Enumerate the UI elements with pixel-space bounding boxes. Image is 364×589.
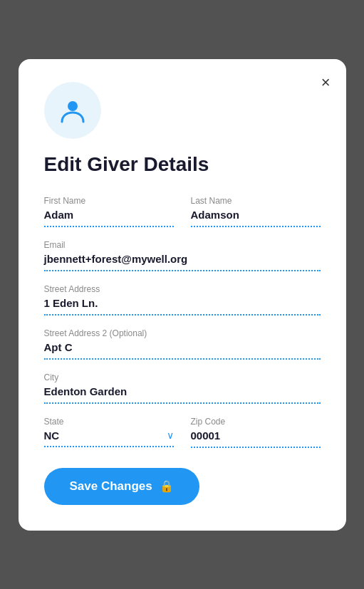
email-label: Email <box>44 240 321 250</box>
street2-label: Street Address 2 (Optional) <box>44 328 321 338</box>
first-name-field: First Name Adam <box>44 196 174 227</box>
person-icon <box>58 96 87 125</box>
zip-value[interactable]: 00001 <box>191 429 321 448</box>
street-label: Street Address <box>44 284 321 294</box>
save-changes-button[interactable]: Save Changes 🔒 <box>44 468 199 505</box>
email-value[interactable]: jbennett+forest@mywell.org <box>44 253 321 271</box>
zip-label: Zip Code <box>191 417 321 427</box>
city-label: City <box>44 372 321 382</box>
modal-overlay: × Edit Giver Details First Name Adam Las… <box>0 0 364 589</box>
first-name-label: First Name <box>44 196 174 206</box>
last-name-label: Last Name <box>191 196 321 206</box>
name-row: First Name Adam Last Name Adamson <box>44 196 321 240</box>
chevron-down-icon: ∨ <box>167 429 174 441</box>
street-address-field: Street Address 1 Eden Ln. <box>44 284 321 316</box>
state-dropdown[interactable]: NC ∨ <box>44 429 174 447</box>
state-zip-row: State NC ∨ Zip Code 00001 <box>44 417 321 448</box>
street-value[interactable]: 1 Eden Ln. <box>44 297 321 316</box>
svg-point-0 <box>68 101 78 111</box>
city-value[interactable]: Edenton Garden <box>44 385 321 404</box>
city-field: City Edenton Garden <box>44 372 321 404</box>
last-name-value[interactable]: Adamson <box>191 209 321 227</box>
save-label: Save Changes <box>70 479 152 494</box>
state-value: NC <box>44 429 60 442</box>
state-field: State NC ∨ <box>44 417 174 448</box>
street2-value[interactable]: Apt C <box>44 341 321 360</box>
email-field: Email jbennett+forest@mywell.org <box>44 240 321 271</box>
close-button[interactable]: × <box>318 72 333 93</box>
avatar <box>44 82 101 139</box>
state-label: State <box>44 417 174 427</box>
modal-title: Edit Giver Details <box>44 153 321 176</box>
street-address2-field: Street Address 2 (Optional) Apt C <box>44 328 321 360</box>
zip-field: Zip Code 00001 <box>191 417 321 448</box>
lock-icon: 🔒 <box>160 479 174 493</box>
last-name-field: Last Name Adamson <box>191 196 321 227</box>
first-name-value[interactable]: Adam <box>44 209 174 227</box>
edit-giver-modal: × Edit Giver Details First Name Adam Las… <box>19 59 346 531</box>
